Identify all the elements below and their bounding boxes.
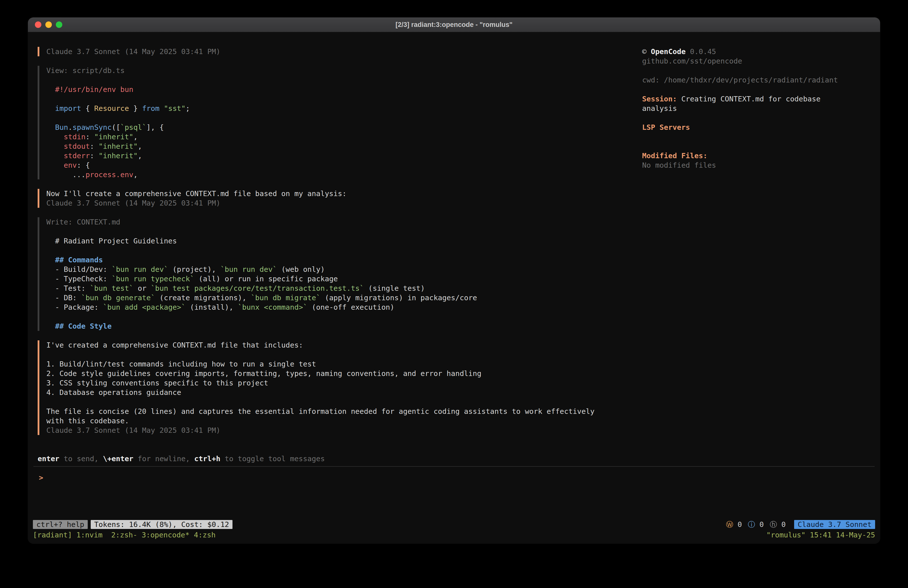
text-line: - Package: `bun add <package>` (install)… <box>46 303 642 312</box>
tmux-window-list[interactable]: [radiant] 1:nvim 2:zsh- 3:opencode* 4:zs… <box>33 530 216 540</box>
text-segment: spawnSync <box>72 123 112 132</box>
text-line: #!/usr/bin/env bun <box>46 85 642 94</box>
text-line: Claude 3.7 Sonnet (14 May 2025 03:41 PM) <box>46 198 642 208</box>
text-segment <box>46 142 64 150</box>
text-segment: 1. Build/lint/test commands including ho… <box>46 360 316 368</box>
close-button[interactable] <box>35 21 41 28</box>
text-line: stderr: "inherit", <box>46 151 642 161</box>
keybind-help-row: enter to send, \+enter for newline, ctrl… <box>38 454 325 464</box>
zoom-button[interactable] <box>56 21 62 28</box>
text-segment: Claude 3.7 Sonnet (14 May 2025 03:41 PM) <box>46 47 220 56</box>
text-line: LSP Servers <box>642 122 847 132</box>
text-segment: , <box>138 142 142 150</box>
message-block: I've created a comprehensive CONTEXT.md … <box>38 340 642 435</box>
text-line: stdout: "inherit", <box>46 142 642 151</box>
text-segment: #!/usr/bin/env bun <box>55 85 133 94</box>
text-segment <box>46 85 55 94</box>
text-segment: \+enter <box>103 454 133 463</box>
text-segment <box>46 104 55 113</box>
text-segment: I've created a comprehensive CONTEXT.md … <box>46 341 303 349</box>
text-line <box>46 113 642 122</box>
text-segment: Bun <box>55 123 68 132</box>
text-segment: : <box>90 142 99 150</box>
text-line: Claude 3.7 Sonnet (14 May 2025 03:41 PM) <box>46 425 642 435</box>
text-line: The file is concise (20 lines) and captu… <box>46 407 642 416</box>
tool-block: Write: CONTEXT.md # Radiant Project Guid… <box>38 217 642 331</box>
prompt-input[interactable]: > <box>39 473 43 482</box>
text-segment: stderr <box>64 151 90 160</box>
chat-blocks: Claude 3.7 Sonnet (14 May 2025 03:41 PM)… <box>28 47 642 435</box>
text-segment: (install), <box>186 303 238 311</box>
text-line: ## Code Style <box>46 321 642 331</box>
text-segment: ... <box>46 171 85 179</box>
text-segment: ; <box>186 104 190 113</box>
diagnostic-info: ⓘ 0 <box>748 520 764 529</box>
terminal-window: [2/3] radiant:3:opencode - "romulus" Cla… <box>28 18 880 544</box>
text-line: ...process.env, <box>46 170 642 179</box>
text-segment: Resource <box>94 104 129 113</box>
prompt-symbol: > <box>39 474 43 482</box>
text-line: I've created a comprehensive CONTEXT.md … <box>46 340 642 350</box>
text-segment: `bun test packages/core/test/transaction… <box>151 284 364 293</box>
text-line <box>642 142 847 151</box>
text-segment: or <box>133 284 151 293</box>
text-line: Write: CONTEXT.md <box>46 217 642 227</box>
text-segment: `bun run typecheck` <box>112 275 194 283</box>
text-segment: Modified Files: <box>642 151 707 160</box>
text-segment: with this codebase. <box>46 417 129 425</box>
text-segment: `bun test` <box>90 284 134 293</box>
text-line: cwd: /home/thdxr/dev/projects/radiant/ra… <box>642 75 847 85</box>
info-icon: ⓘ <box>748 520 755 529</box>
text-segment: (apply migrations) in packages/core <box>320 293 477 302</box>
text-segment: env <box>64 161 77 169</box>
help-chip: ctrl+? help <box>33 520 88 529</box>
text-line: stdin: "inherit", <box>46 132 642 142</box>
text-segment: 0.0.45 <box>686 47 716 56</box>
text-segment: : { <box>77 161 90 169</box>
text-segment: Write: CONTEXT.md <box>46 218 120 226</box>
model-chip: Claude 3.7 Sonnet <box>794 520 875 529</box>
text-line <box>46 94 642 104</box>
text-segment: : <box>85 132 94 141</box>
text-line <box>46 75 642 85</box>
text-segment: . <box>68 123 72 132</box>
text-line: - DB: `bun db generate` (create migratio… <box>46 293 642 303</box>
text-segment: , <box>133 132 138 141</box>
text-segment: `psql` <box>120 123 147 132</box>
minimize-button[interactable] <box>45 21 52 28</box>
status-bar-right: Ⓦ 0ⓘ 0ⓗ 0 Claude 3.7 Sonnet <box>726 520 875 529</box>
text-line: github.com/sst/opencode <box>642 56 847 66</box>
text-segment: `bun run dev` <box>112 265 168 274</box>
text-segment <box>46 322 55 330</box>
text-segment: `bunx <command>` <box>238 303 307 311</box>
text-segment <box>46 151 64 160</box>
text-segment: to send, <box>59 454 103 463</box>
text-segment: ([ <box>112 123 120 132</box>
text-segment: The file is concise (20 lines) and captu… <box>46 407 594 416</box>
text-segment: (all) or run in specific package <box>194 275 338 283</box>
text-segment: to toggle tool messages <box>220 454 325 463</box>
text-line: © OpenCode 0.0.45 <box>642 47 847 56</box>
text-segment: } <box>129 104 142 113</box>
text-segment: OpenCode <box>651 47 686 56</box>
text-segment <box>159 104 164 113</box>
text-segment: from <box>142 104 159 113</box>
text-segment: ## Commands <box>55 256 103 264</box>
text-segment: , <box>138 151 142 160</box>
text-line: ## Commands <box>46 255 642 264</box>
text-line <box>46 350 642 359</box>
text-segment: ## Code Style <box>55 322 112 330</box>
tokens-cost-chip: Tokens: 16.4K (8%), Cost: $0.12 <box>91 520 232 529</box>
text-line: import { Resource } from "sst"; <box>46 104 642 113</box>
opencode-logo-icon: © <box>642 47 651 56</box>
text-line: - TypeCheck: `bun run typecheck` (all) o… <box>46 274 642 284</box>
diagnostic-hint: ⓗ 0 <box>770 520 786 529</box>
text-line: Claude 3.7 Sonnet (14 May 2025 03:41 PM) <box>46 47 642 56</box>
text-line: View: script/db.ts <box>46 66 642 75</box>
text-segment: cwd: /home/thdxr/dev/projects/radiant/ra… <box>642 76 838 84</box>
text-segment: Now I'll create a comprehensive CONTEXT.… <box>46 189 347 198</box>
text-segment <box>46 256 55 264</box>
text-line: - Test: `bun test` or `bun test packages… <box>46 284 642 293</box>
text-segment: (project), <box>168 265 221 274</box>
text-line: with this codebase. <box>46 416 642 425</box>
